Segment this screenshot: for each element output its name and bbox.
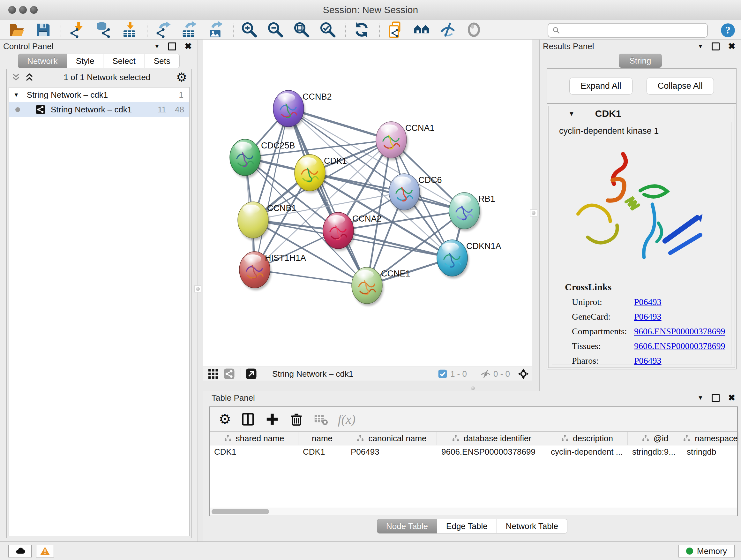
tab-node-table[interactable]: Node Table <box>377 519 437 534</box>
float-panel-icon[interactable] <box>712 394 720 402</box>
left-splitter-handle[interactable] <box>194 286 201 293</box>
network-badge-icon[interactable] <box>223 368 235 380</box>
crosslink-link[interactable]: 9606.ENSP00000378699 <box>634 326 725 336</box>
tab-select[interactable]: Select <box>104 54 145 68</box>
crosslink-link[interactable]: 9606.ENSP00000378699 <box>634 341 725 351</box>
panel-menu-icon[interactable]: ▼ <box>154 43 160 50</box>
create-column-icon[interactable] <box>265 412 280 427</box>
network-collection-row[interactable]: ▼ String Network – cdk1 1 <box>9 87 189 102</box>
export-image-button[interactable] <box>207 21 224 38</box>
export-network-button[interactable] <box>154 21 172 38</box>
collapse-all-icon[interactable] <box>11 72 21 82</box>
help-button[interactable]: ? <box>720 22 736 38</box>
table-type-tabs: Node TableEdge TableNetwork Table <box>203 519 741 534</box>
expand-all-button[interactable]: Expand All <box>569 78 632 95</box>
tab-sets[interactable]: Sets <box>145 54 180 68</box>
delete-column-icon[interactable] <box>289 412 304 427</box>
zoom-in-button[interactable] <box>241 21 258 38</box>
tab-edge-table[interactable]: Edge Table <box>437 519 497 534</box>
column-header-canonical-name[interactable]: canonical name <box>346 432 437 445</box>
first-neighbors-button[interactable] <box>413 21 430 38</box>
zoom-selected-button[interactable] <box>319 21 336 38</box>
clone-network-button[interactable] <box>387 21 404 38</box>
birdseye-view-icon[interactable] <box>518 368 529 380</box>
network-options-gear-icon[interactable]: ⚙ <box>176 70 187 84</box>
table-cell[interactable]: cyclin-dependent ... <box>546 445 628 458</box>
edge-CCNB2-HIST1H1A[interactable] <box>255 109 288 270</box>
bottom-splitter-handle[interactable] <box>470 385 476 391</box>
column-header-name[interactable]: name <box>298 432 346 445</box>
show-columns-icon[interactable] <box>241 412 255 427</box>
float-panel-icon[interactable] <box>168 43 176 51</box>
collapse-all-button[interactable]: Collapse All <box>647 78 714 95</box>
hidden-eye-icon[interactable] <box>481 369 491 379</box>
edge-HIST1H1A-CCNE1[interactable] <box>255 270 367 286</box>
hide-selected-button[interactable] <box>439 21 456 38</box>
memory-button[interactable]: Memory <box>678 545 735 557</box>
tab-network-table[interactable]: Network Table <box>497 519 567 534</box>
search-input[interactable] <box>548 23 708 38</box>
warnings-button[interactable] <box>36 545 54 557</box>
open-in-new-window-icon[interactable] <box>246 368 257 380</box>
table-cell[interactable]: CDK1 <box>210 445 298 458</box>
column-header-namespace[interactable]: namespace <box>682 432 738 445</box>
import-table-button[interactable] <box>121 21 138 38</box>
panel-menu-icon[interactable]: ▼ <box>697 394 704 401</box>
table-cell[interactable]: P06493 <box>346 445 437 458</box>
table-cell[interactable]: stringdb:9... <box>628 445 682 458</box>
node-CCNB1[interactable] <box>238 202 270 240</box>
column-header-shared-name[interactable]: shared name <box>210 432 298 445</box>
crosslink-link[interactable]: P06493 <box>634 312 662 322</box>
scrollbar-thumb[interactable] <box>212 509 269 514</box>
selected-checkbox-icon[interactable] <box>437 369 448 379</box>
table-cell[interactable]: 9606.ENSP00000378699 <box>437 445 546 458</box>
node-CCNA2[interactable] <box>323 212 355 251</box>
crosslink-link[interactable]: P06493 <box>634 356 662 365</box>
expand-all-icon[interactable] <box>24 72 34 82</box>
search-field[interactable] <box>560 24 707 37</box>
close-panel-icon[interactable]: ✖ <box>185 42 192 51</box>
save-session-button[interactable] <box>35 21 52 38</box>
cloud-status-button[interactable] <box>8 545 32 557</box>
table-cell[interactable]: stringdb <box>682 445 738 458</box>
column-type-icon <box>642 434 650 442</box>
tab-string[interactable]: String <box>619 54 662 68</box>
node-RB1[interactable] <box>449 192 481 231</box>
right-splitter-handle[interactable] <box>530 209 537 216</box>
panel-menu-icon[interactable]: ▼ <box>697 43 704 50</box>
node-CDKN1A[interactable] <box>437 240 469 278</box>
import-network-button[interactable] <box>68 21 85 38</box>
crosslink-link[interactable]: P06493 <box>634 297 662 307</box>
close-panel-icon[interactable]: ✖ <box>728 42 735 51</box>
tab-network[interactable]: Network <box>18 54 67 68</box>
export-table-button[interactable] <box>181 21 198 38</box>
node-CDC6[interactable] <box>389 174 421 212</box>
zoom-fit-button[interactable] <box>293 21 310 38</box>
tab-style[interactable]: Style <box>67 54 104 68</box>
column-header-database-identifier[interactable]: database identifier <box>437 432 546 445</box>
node-result-header[interactable]: ▼ CDK1 <box>549 106 735 121</box>
table-options-gear-icon[interactable]: ⚙ <box>219 412 231 426</box>
show-grid-icon[interactable] <box>207 368 219 380</box>
table-row[interactable]: CDK1CDK1P064939606.ENSP00000378699cyclin… <box>210 445 737 458</box>
refresh-button[interactable] <box>353 21 370 38</box>
network-canvas[interactable]: CCNB2CCNA1CDC25BCDK1CDC6RB1CCNB1CCNA2CDK… <box>203 40 532 367</box>
network-row[interactable]: String Network – cdk1 11 48 <box>9 102 189 117</box>
node-CCNA1[interactable] <box>376 122 408 160</box>
column-header--id[interactable]: @id <box>628 432 682 445</box>
zoom-out-button[interactable] <box>267 21 284 38</box>
node-CCNE1[interactable] <box>352 267 384 306</box>
float-panel-icon[interactable] <box>712 43 720 51</box>
table-cell[interactable]: CDK1 <box>298 445 346 458</box>
close-panel-icon[interactable]: ✖ <box>728 394 735 402</box>
toolbar-separator <box>233 23 233 37</box>
tree-expander-icon[interactable]: ▼ <box>13 91 19 98</box>
import-database-button[interactable] <box>94 21 112 38</box>
open-session-button[interactable] <box>8 21 25 38</box>
table-horizontal-scrollbar[interactable] <box>210 508 737 516</box>
show-all-button[interactable] <box>465 21 482 38</box>
collapse-entry-icon[interactable]: ▼ <box>568 110 575 118</box>
column-header-description[interactable]: description <box>546 432 628 445</box>
node-CDK1[interactable] <box>294 154 327 193</box>
node-CCNB2[interactable] <box>273 90 305 129</box>
